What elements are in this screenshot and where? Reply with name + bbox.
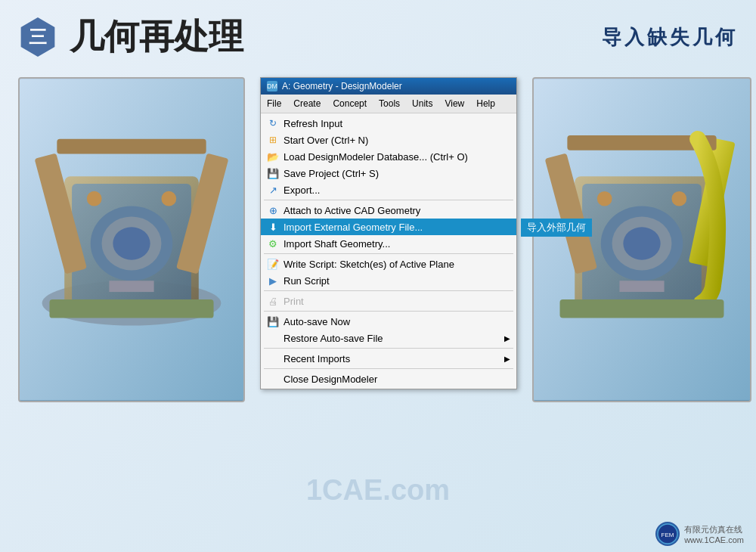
svg-point-25 <box>671 191 686 206</box>
autosave-label: Auto-save Now <box>284 316 350 327</box>
menu-file[interactable]: File <box>261 96 287 111</box>
recentimports-arrow: ▶ <box>504 355 510 363</box>
runscript-label: Run Script <box>284 275 330 287</box>
svg-point-12 <box>161 191 176 206</box>
footer: FEM 有限元仿真在线 www.1CAE.com <box>655 522 744 546</box>
slide: 三 几何再处理 导入缺失几何 <box>0 0 756 552</box>
close-label: Close DesignModeler <box>284 374 377 385</box>
svg-point-19 <box>623 227 660 259</box>
menu-titlebar: DM A: Geometry - DesignModeler <box>261 78 516 95</box>
menu-item-save[interactable]: 💾 Save Project (Ctrl+ S) <box>261 165 516 181</box>
print-label: Print <box>284 296 304 307</box>
menu-item-close[interactable]: Close DesignModeler <box>261 371 516 387</box>
footer-url: www.1CAE.com <box>684 535 744 544</box>
right-image-container <box>532 77 751 402</box>
menu-tools[interactable]: Tools <box>373 96 406 111</box>
right-image <box>532 77 751 402</box>
menu-title: A: Geometry - DesignModeler <box>282 81 402 91</box>
menu-help[interactable]: Help <box>470 96 501 111</box>
menu-window: DM A: Geometry - DesignModeler File Crea… <box>260 77 517 389</box>
menu-item-print: 🖨 Print <box>261 293 516 309</box>
menu-item-export[interactable]: ↗ Export... <box>261 181 516 198</box>
menu-item-restore[interactable]: Restore Auto-save File ▶ <box>261 330 516 346</box>
attach-icon: ⊕ <box>267 204 279 216</box>
svg-rect-23 <box>560 299 724 318</box>
page-subtitle: 导入缺失几何 <box>602 24 738 51</box>
autosave-icon: 💾 <box>267 315 279 327</box>
footer-logo-text: 有限元仿真在线 <box>684 524 744 535</box>
badge: 三 <box>18 17 57 57</box>
svg-rect-26 <box>619 281 664 292</box>
menu-item-attach[interactable]: ⊕ Attach to Active CAD Geometry <box>261 202 516 219</box>
attach-label: Attach to Active CAD Geometry <box>284 205 420 216</box>
svg-rect-10 <box>49 299 213 318</box>
writescript-label: Write Script: Sketch(es) of Active Plane <box>284 259 454 270</box>
restore-arrow: ▶ <box>504 334 510 343</box>
close-icon <box>267 373 279 385</box>
menu-item-writescript[interactable]: 📝 Write Script: Sketch(es) of Active Pla… <box>261 256 516 272</box>
file-menu-dropdown: ↻ Refresh Input ⊞ Start Over (Ctrl+ N) 📂… <box>261 113 516 389</box>
content-area: DM A: Geometry - DesignModeler File Crea… <box>0 70 756 546</box>
menu-item-shaft[interactable]: ⚙ Import Shaft Geometry... <box>261 235 516 252</box>
svg-point-11 <box>87 191 102 206</box>
export-label: Export... <box>284 185 320 196</box>
menu-units[interactable]: Units <box>406 96 438 111</box>
svg-text:FEM: FEM <box>662 532 674 538</box>
logo-svg: FEM <box>657 523 678 544</box>
recentimports-label: Recent Imports <box>284 353 350 364</box>
menu-item-import[interactable]: ⬇ Import External Geometry File... 导入外部几… <box>261 219 516 235</box>
export-icon: ↗ <box>267 184 279 196</box>
menu-bar: File Create Concept Tools Units View Hel… <box>261 95 516 113</box>
save-label: Save Project (Ctrl+ S) <box>284 168 379 179</box>
left-mechanical-svg <box>20 79 243 401</box>
menu-concept[interactable]: Concept <box>327 96 373 111</box>
import-cn-tooltip: 导入外部几何 <box>521 219 592 237</box>
page-title: 几何再处理 <box>70 14 602 60</box>
svg-rect-9 <box>57 139 206 154</box>
separator-6 <box>264 368 513 369</box>
import-label: Import External Geometry File... <box>284 222 423 233</box>
restore-icon <box>267 332 279 344</box>
shaft-label: Import Shaft Geometry... <box>284 238 390 250</box>
separator-1 <box>264 200 513 200</box>
separator-4 <box>264 311 513 312</box>
shaft-icon: ⚙ <box>267 237 279 250</box>
menu-item-refresh[interactable]: ↻ Refresh Input <box>261 115 516 132</box>
menu-create[interactable]: Create <box>287 96 327 111</box>
badge-text: 三 <box>29 25 47 49</box>
menu-item-autosave[interactable]: 💾 Auto-save Now <box>261 313 516 330</box>
menu-item-startover[interactable]: ⊞ Start Over (Ctrl+ N) <box>261 132 516 148</box>
separator-2 <box>264 253 513 254</box>
startover-icon: ⊞ <box>267 134 279 146</box>
footer-logo: FEM 有限元仿真在线 www.1CAE.com <box>655 522 744 546</box>
menu-item-recentimports[interactable]: Recent Imports ▶ <box>261 350 516 367</box>
left-image <box>18 77 245 402</box>
recentimports-icon <box>267 352 279 364</box>
menu-item-load[interactable]: 📂 Load DesignModeler Database... (Ctrl+ … <box>261 148 516 165</box>
header: 三 几何再处理 导入缺失几何 <box>0 0 756 70</box>
separator-3 <box>264 290 513 291</box>
separator-5 <box>264 348 513 349</box>
app-icon: DM <box>267 81 277 91</box>
restore-label: Restore Auto-save File <box>284 333 383 344</box>
save-icon: 💾 <box>267 167 279 179</box>
right-mechanical-svg <box>534 79 750 401</box>
import-icon: ⬇ <box>267 221 279 233</box>
startover-label: Start Over (Ctrl+ N) <box>284 135 368 146</box>
writescript-icon: 📝 <box>267 258 279 270</box>
refresh-label: Refresh Input <box>284 118 342 129</box>
svg-point-6 <box>113 227 150 259</box>
svg-point-24 <box>597 191 612 206</box>
refresh-icon: ↻ <box>267 117 279 129</box>
menu-view[interactable]: View <box>438 96 470 111</box>
logo-icon: FEM <box>655 522 680 546</box>
load-label: Load DesignModeler Database... (Ctrl+ O) <box>284 151 468 163</box>
svg-rect-13 <box>109 281 153 292</box>
runscript-icon: ▶ <box>267 274 279 287</box>
print-icon: 🖨 <box>267 295 279 307</box>
load-icon: 📂 <box>267 150 279 163</box>
menu-item-runscript[interactable]: ▶ Run Script <box>261 272 516 289</box>
